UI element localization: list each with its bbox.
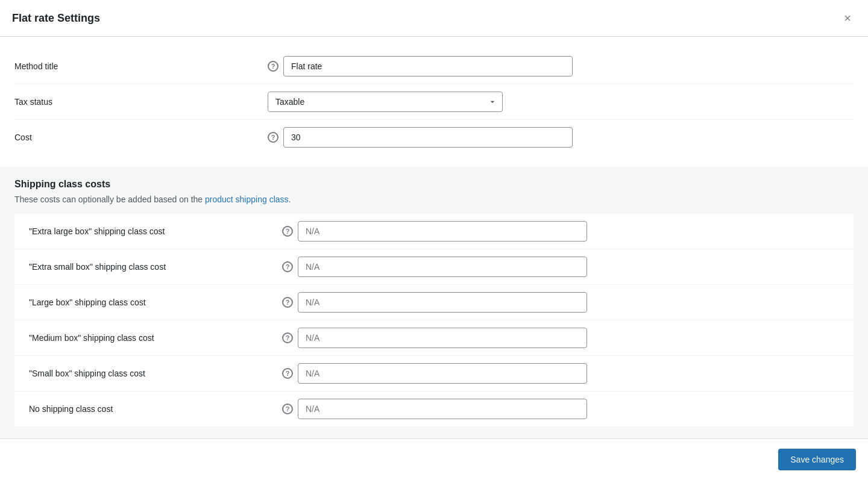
medium-box-field: ? xyxy=(282,328,839,348)
close-button[interactable]: × xyxy=(839,10,856,26)
extra-small-box-help-icon[interactable]: ? xyxy=(282,261,293,272)
cost-field: ? xyxy=(268,127,854,148)
large-box-input[interactable] xyxy=(298,292,587,313)
small-box-field: ? xyxy=(282,363,839,384)
main-form-section: Method title ? Tax status Taxable xyxy=(0,37,868,167)
extra-small-box-row: "Extra small box" shipping class cost ? xyxy=(14,249,854,285)
method-title-field: ? xyxy=(268,56,854,76)
extra-small-box-label: "Extra small box" shipping class cost xyxy=(29,262,282,272)
modal-footer: Save changes xyxy=(0,438,868,480)
tax-status-label: Tax status xyxy=(14,97,268,107)
no-shipping-class-help-icon[interactable]: ? xyxy=(282,404,293,414)
cost-label: Cost xyxy=(14,132,268,142)
no-shipping-class-label: No shipping class cost xyxy=(29,404,282,414)
tax-status-field: Taxable None xyxy=(268,92,854,112)
modal-header: Flat rate Settings × xyxy=(0,0,868,37)
shipping-class-section: Shipping class costs These costs can opt… xyxy=(0,167,868,438)
save-changes-button[interactable]: Save changes xyxy=(778,449,856,470)
cost-row: Cost ? xyxy=(14,120,854,155)
extra-large-box-help-icon[interactable]: ? xyxy=(282,226,293,237)
cost-help-icon[interactable]: ? xyxy=(268,132,278,143)
shipping-class-section-title: Shipping class costs xyxy=(14,179,854,190)
modal-overlay: Flat rate Settings × Method title ? xyxy=(0,0,868,480)
no-shipping-class-input[interactable] xyxy=(298,399,587,419)
extra-large-box-row: "Extra large box" shipping class cost ? xyxy=(14,214,854,249)
small-box-row: "Small box" shipping class cost ? xyxy=(14,356,854,391)
medium-box-help-icon[interactable]: ? xyxy=(282,332,293,343)
extra-large-box-label: "Extra large box" shipping class cost xyxy=(29,226,282,236)
method-title-help-icon[interactable]: ? xyxy=(268,61,278,72)
tax-status-select[interactable]: Taxable None xyxy=(268,92,503,112)
shipping-class-rows: "Extra large box" shipping class cost ? … xyxy=(14,214,854,426)
medium-box-input[interactable] xyxy=(298,328,587,348)
small-box-help-icon[interactable]: ? xyxy=(282,368,293,379)
medium-box-row: "Medium box" shipping class cost ? xyxy=(14,320,854,356)
method-title-input[interactable] xyxy=(283,56,573,76)
shipping-class-description: These costs can optionally be added base… xyxy=(14,195,854,204)
no-shipping-class-row: No shipping class cost ? xyxy=(14,391,854,426)
large-box-label: "Large box" shipping class cost xyxy=(29,298,282,307)
modal: Flat rate Settings × Method title ? xyxy=(0,0,868,480)
small-box-input[interactable] xyxy=(298,363,587,384)
extra-small-box-field: ? xyxy=(282,257,839,277)
large-box-help-icon[interactable]: ? xyxy=(282,297,293,308)
method-title-row: Method title ? xyxy=(14,49,854,84)
tax-status-row: Tax status Taxable None xyxy=(14,84,854,120)
no-shipping-class-field: ? xyxy=(282,399,839,419)
modal-body: Method title ? Tax status Taxable xyxy=(0,37,868,438)
method-title-label: Method title xyxy=(14,61,268,71)
extra-large-box-field: ? xyxy=(282,221,839,242)
large-box-field: ? xyxy=(282,292,839,313)
cost-input[interactable] xyxy=(283,127,573,148)
extra-large-box-input[interactable] xyxy=(298,221,587,242)
product-shipping-class-link[interactable]: product shipping class xyxy=(205,195,289,204)
extra-small-box-input[interactable] xyxy=(298,257,587,277)
small-box-label: "Small box" shipping class cost xyxy=(29,369,282,378)
modal-title: Flat rate Settings xyxy=(12,12,100,25)
large-box-row: "Large box" shipping class cost ? xyxy=(14,285,854,320)
medium-box-label: "Medium box" shipping class cost xyxy=(29,333,282,343)
